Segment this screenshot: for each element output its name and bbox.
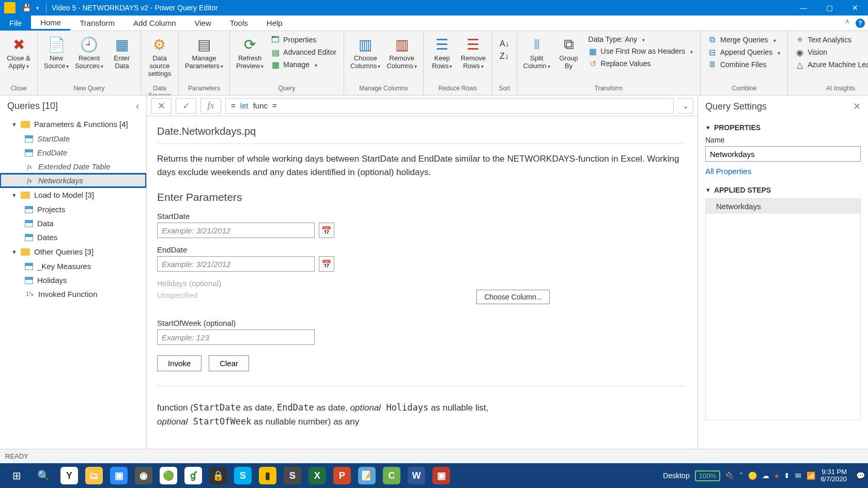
taskbar-app-word[interactable]: W [405,465,428,486]
notifications-icon[interactable]: 💬 [856,471,865,480]
tab-transform[interactable]: Transform [70,15,124,30]
azure-ml-button[interactable]: △Azure Machine Learning [793,59,868,70]
queries-tree[interactable]: ▼Parameters & Functions [4] StartDate En… [0,117,146,449]
commit-formula-button[interactable] [176,98,196,114]
tray-mic-icon[interactable]: ● [774,471,779,480]
taskbar-app-disc[interactable]: ◉ [132,465,155,486]
taskbar-app-explorer[interactable]: 🗂 [83,465,105,486]
taskbar-app-chrome[interactable]: 🟢 [157,465,180,486]
content-scroll[interactable]: Date.Networkdays.pq Returns the number o… [147,116,698,449]
data-type-button[interactable]: Data Type: Any [586,34,695,44]
save-icon[interactable]: 💾 [22,3,31,12]
query-invoked-function[interactable]: 1²₃Invoked Function [0,287,146,301]
choose-columns-button[interactable]: ▥Choose Columns [347,33,383,72]
tray-usb-icon[interactable]: ⬍ [784,471,790,480]
manage-query-button[interactable]: ▦Manage [269,59,338,70]
search-button[interactable]: 🔍 [31,465,56,486]
data-source-settings-button[interactable]: ⚙Data source settings [144,33,175,80]
advanced-editor-button[interactable]: ▤Advanced Editor [269,46,338,58]
taskbar-app-yandex[interactable]: Y [58,465,81,486]
enddate-calendar-button[interactable]: 📅 [319,256,334,272]
maximize-button[interactable]: ▢ [816,0,842,15]
query-enddate[interactable]: EndDate [0,146,146,160]
tab-view[interactable]: View [185,15,221,30]
tray-weather-icon[interactable]: 🟡 [748,471,757,480]
tray-wifi-icon[interactable]: 📶 [807,471,815,480]
folder-parameters-functions[interactable]: ▼Parameters & Functions [4] [0,117,146,132]
query-holidays[interactable]: Holidays [0,273,146,287]
vision-button[interactable]: ◉Vision [793,46,868,58]
taskbar-app-snagit[interactable]: S [281,465,304,486]
tab-home[interactable]: Home [31,15,70,30]
query-name-input[interactable] [705,146,861,162]
split-column-button[interactable]: ⫴Split Column [520,33,553,72]
tab-add-column[interactable]: Add Column [124,15,185,30]
group-by-button[interactable]: ⧉Group By [553,33,584,72]
first-row-headers-button[interactable]: ▦Use First Row as Headers [586,45,695,57]
taskbar-app-red[interactable]: ▣ [430,465,453,486]
taskbar-app-lock[interactable]: 🔒 [207,465,229,486]
manage-parameters-button[interactable]: ▤Manage Parameters [182,33,226,72]
qat-dropdown-icon[interactable]: ▾ [36,5,39,11]
minimize-button[interactable]: — [791,0,816,15]
invoke-button[interactable]: Invoke [157,355,202,371]
new-source-button[interactable]: 📄New Source [41,33,72,72]
collapse-ribbon-icon[interactable]: ＾ [843,18,851,28]
tray-mail-icon[interactable]: ✉ [795,471,801,480]
taskbar-app-powerbi[interactable]: ▮ [256,465,279,486]
query-projects[interactable]: Projects [0,202,146,216]
taskbar-app-notepad[interactable]: 📝 [355,465,378,486]
tab-tools[interactable]: Tools [221,15,257,30]
applied-step[interactable]: Networkdays [706,199,860,214]
battery-indicator[interactable]: 100% [695,470,720,481]
tray-cloud-icon[interactable]: ☁ [762,471,769,480]
clock[interactable]: 9:31 PM 6/7/2020 [820,468,851,483]
keep-rows-button[interactable]: ☰Keep Rows [427,33,458,72]
query-networkdays[interactable]: fxNetworkdays [0,174,146,187]
query-startdate[interactable]: StartDate [0,132,146,146]
folder-load-to-model[interactable]: ▼Load to Model [3] [0,187,146,202]
query-dates[interactable]: Dates [0,230,146,244]
combine-files-button[interactable]: 🗎Combine Files [706,59,782,70]
choose-column-button[interactable]: Choose Column... [476,290,550,304]
properties-section[interactable]: ▼PROPERTIES [705,123,861,132]
text-analytics-button[interactable]: ≡Text Analytics [793,34,868,45]
close-settings-button[interactable]: ✕ [853,101,861,112]
tab-help[interactable]: Help [257,15,292,30]
close-window-button[interactable]: ✕ [842,0,868,15]
startdate-input[interactable] [157,223,315,238]
recent-sources-button[interactable]: 🕘Recent Sources [72,33,106,72]
enddate-input[interactable] [157,256,315,272]
expand-formula-button[interactable]: ⌄ [678,98,693,114]
query-key-measures[interactable]: _Key Measures [0,259,146,273]
append-queries-button[interactable]: ⊟Append Queries [706,46,782,58]
help-icon[interactable]: ? [856,19,865,28]
enter-data-button[interactable]: ▦Enter Data [106,33,137,72]
close-apply-button[interactable]: ✖ Close & Apply [3,33,34,72]
desktop-label[interactable]: Desktop [663,471,689,480]
taskbar-app-powerpoint[interactable]: P [331,465,353,486]
remove-columns-button[interactable]: ▥Remove Columns [383,33,420,72]
taskbar-app-skype[interactable]: S [231,465,254,486]
cancel-formula-button[interactable] [151,98,172,114]
power-icon[interactable]: 🔌 [725,471,734,480]
merge-queries-button[interactable]: ⧉Merge Queries [706,34,782,45]
collapse-queries-icon[interactable]: ‹ [136,101,139,112]
file-tab[interactable]: File [0,15,31,30]
all-properties-link[interactable]: All Properties [705,167,751,176]
properties-button[interactable]: 🗔Properties [269,34,338,45]
taskbar-app-dragon[interactable]: ɠ [182,465,205,486]
refresh-preview-button[interactable]: ⟳Refresh Preview [233,33,267,72]
start-button[interactable]: ⊞ [4,465,29,486]
taskbar-app-excel[interactable]: X [306,465,329,486]
replace-values-button[interactable]: ↺Replace Values [586,58,695,69]
sort-desc-button[interactable]: Z↓ [498,51,512,62]
query-extended-date-table[interactable]: fxExtended Date Table [0,160,146,174]
applied-steps-section[interactable]: ▼APPLIED STEPS [705,186,861,194]
folder-other-queries[interactable]: ▼Other Queries [3] [0,244,146,259]
clear-button[interactable]: Clear [209,355,249,371]
remove-rows-button[interactable]: ☰Remove Rows [458,33,489,72]
startdate-calendar-button[interactable]: 📅 [319,223,334,238]
query-data[interactable]: Data [0,216,146,230]
taskbar-app-camtasia[interactable]: C [380,465,403,486]
